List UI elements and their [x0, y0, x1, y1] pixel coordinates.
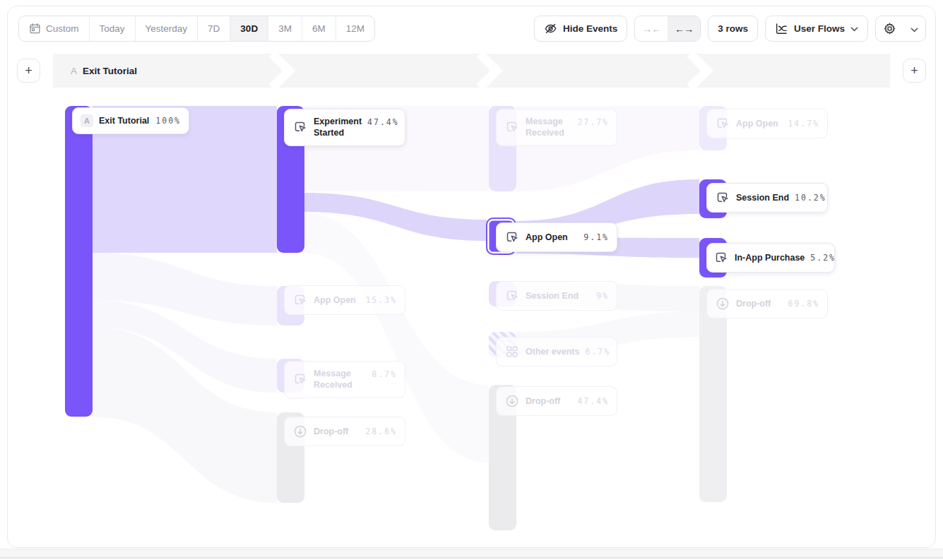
node-percent: 47.4% — [367, 116, 399, 127]
node-label: Session End — [736, 192, 789, 203]
node-card-app-open-c4[interactable]: App Open 14.7% — [706, 109, 828, 138]
drop-off-icon — [292, 424, 308, 439]
node-percent: 9.1% — [583, 232, 609, 242]
event-icon — [292, 292, 308, 308]
node-label: App Open — [736, 118, 778, 129]
node-label: Drop-off — [314, 426, 348, 437]
node-percent: 69.8% — [788, 299, 819, 309]
node-card-app-open-c2[interactable]: App Open 15.3% — [284, 285, 405, 315]
node-percent: 15.3% — [365, 295, 397, 305]
node-label: Drop-off — [736, 298, 771, 309]
node-label: Exit Tutorial — [99, 115, 149, 126]
node-card-app-open-c3[interactable]: App Open 9.1% — [496, 222, 617, 252]
node-percent: 28.6% — [365, 427, 397, 436]
event-icon — [292, 371, 308, 387]
node-label: Message Received — [526, 116, 571, 139]
node-percent: 27.7% — [577, 116, 609, 127]
drop-off-icon — [504, 393, 520, 409]
node-card-other-events-c3[interactable]: Other events 6.7% — [496, 337, 617, 367]
event-icon — [504, 230, 520, 245]
node-percent: 8.7% — [372, 368, 397, 379]
node-card-in-app-purchase-c4[interactable]: In-App Purchase 5.2% — [706, 243, 835, 273]
node-card-exit-tutorial[interactable]: A Exit Tutorial 100% — [72, 107, 189, 134]
step-a-badge: A — [81, 114, 93, 127]
sankey-diagram: A Exit Tutorial 100% Experiment Started … — [0, 0, 943, 560]
node-label: Drop-off — [526, 395, 560, 407]
node-percent: 10.2% — [795, 193, 826, 203]
node-label: Message Received — [314, 368, 366, 391]
node-card-session-end-c3[interactable]: Session End 9% — [496, 281, 617, 311]
node-percent: 5.2% — [810, 253, 836, 263]
node-label: App Open — [526, 232, 568, 243]
node-label: App Open — [314, 294, 356, 306]
node-percent: 9% — [596, 291, 609, 301]
node-label: In-App Purchase — [735, 252, 805, 263]
event-icon — [292, 119, 308, 135]
node-card-drop-off-c2[interactable]: Drop-off 28.6% — [284, 417, 405, 446]
node-card-session-end-c4[interactable]: Session End 10.2% — [706, 183, 828, 213]
node-card-drop-off-c3[interactable]: Drop-off 47.4% — [496, 386, 617, 416]
node-percent: 6.7% — [585, 347, 610, 357]
node-label: Other events — [526, 346, 579, 357]
node-card-message-received-c2[interactable]: Message Received 8.7% — [284, 361, 405, 398]
node-percent: 14.7% — [788, 119, 819, 129]
node-label: Session End — [526, 290, 579, 302]
node-card-message-received-c3[interactable]: Message Received 27.7% — [496, 109, 617, 146]
user-flows-app: Custom Today Yesterday 7D 30D 3M 6M 12M … — [0, 0, 943, 560]
flow-links — [0, 0, 943, 560]
node-bar-exit-tutorial[interactable] — [65, 106, 93, 417]
node-label: Experiment Started — [314, 116, 362, 139]
node-percent: 47.4% — [577, 396, 609, 406]
drop-off-icon — [715, 296, 730, 311]
event-icon — [715, 190, 730, 205]
event-icon — [713, 250, 729, 266]
grid-icon — [504, 344, 520, 359]
node-card-drop-off-c4[interactable]: Drop-off 69.8% — [706, 289, 828, 318]
event-icon — [504, 288, 520, 304]
event-icon — [715, 116, 730, 131]
node-card-experiment-started[interactable]: Experiment Started 47.4% — [284, 109, 405, 146]
event-icon — [504, 119, 520, 135]
node-percent: 100% — [155, 116, 181, 126]
